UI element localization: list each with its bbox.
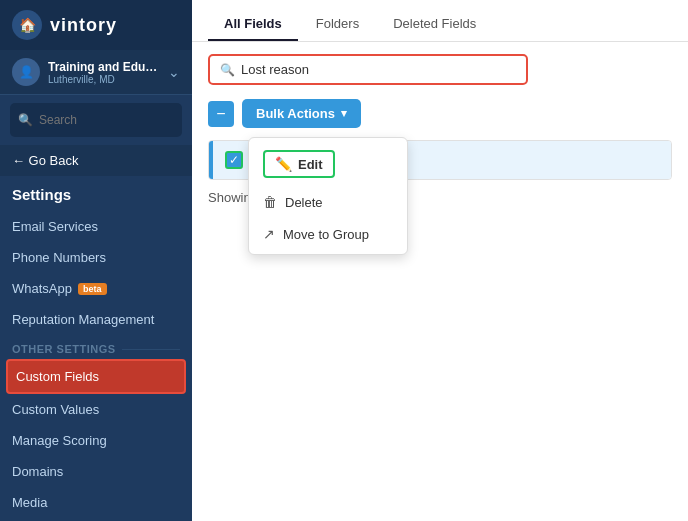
sidebar-item-whatsapp[interactable]: WhatsApp beta xyxy=(0,273,192,304)
row-checkbox[interactable]: ✓ xyxy=(225,151,243,169)
sidebar-item-label: Media xyxy=(12,495,47,510)
sidebar-item-label: Reputation Management xyxy=(12,312,154,327)
account-name: Training and Educati... xyxy=(48,60,160,74)
sidebar-logo: 🏠 vintory xyxy=(0,0,192,50)
edit-label: Edit xyxy=(298,157,323,172)
delete-label: Delete xyxy=(285,195,323,210)
sidebar-item-custom-fields[interactable]: Custom Fields xyxy=(6,359,186,394)
bulk-actions-label: Bulk Actions xyxy=(256,106,335,121)
other-settings-label: OTHER SETTINGS xyxy=(12,343,116,355)
sidebar-item-label: Custom Values xyxy=(12,402,99,417)
beta-badge: beta xyxy=(78,283,107,295)
sidebar-item-custom-values[interactable]: Custom Values xyxy=(0,394,192,425)
sidebar-item-label: WhatsApp xyxy=(12,281,72,296)
tab-folders[interactable]: Folders xyxy=(300,8,375,41)
sidebar-search-bar[interactable]: 🔍 ctrl K + xyxy=(10,103,182,137)
edit-icon: ✏️ xyxy=(275,156,292,172)
sidebar-item-label: Custom Fields xyxy=(16,369,99,384)
sidebar-item-phone-numbers[interactable]: Phone Numbers xyxy=(0,242,192,273)
chevron-down-icon: ▾ xyxy=(341,107,347,120)
sidebar-item-label: Domains xyxy=(12,464,63,479)
search-icon: 🔍 xyxy=(18,113,33,127)
settings-label: Settings xyxy=(0,180,192,211)
search-bar-input[interactable] xyxy=(241,62,516,77)
sidebar-item-reputation[interactable]: Reputation Management xyxy=(0,304,192,335)
logo-text: vintory xyxy=(50,15,117,36)
main-body: 🔍 − Bulk Actions ▾ ✏️ Edit 🗑 xyxy=(192,42,688,521)
search-input[interactable] xyxy=(39,113,189,127)
checkmark-icon: ✓ xyxy=(229,153,239,167)
bulk-actions-button[interactable]: Bulk Actions ▾ xyxy=(242,99,361,128)
sidebar-item-manage-scoring[interactable]: Manage Scoring xyxy=(0,425,192,456)
sidebar-item-email-services[interactable]: Email Services xyxy=(0,211,192,242)
avatar: 👤 xyxy=(12,58,40,86)
tab-all-fields[interactable]: All Fields xyxy=(208,8,298,41)
dropdown-menu: ✏️ Edit 🗑 Delete ↗ Move to Group xyxy=(248,137,408,255)
sidebar: 🏠 vintory 👤 Training and Educati... Luth… xyxy=(0,0,192,521)
deselect-button[interactable]: − xyxy=(208,101,234,127)
other-settings-section: OTHER SETTINGS xyxy=(0,335,192,359)
search-bar-wrap: 🔍 xyxy=(208,54,672,85)
main-content: All Fields Folders Deleted Fields 🔍 − Bu… xyxy=(192,0,688,521)
sidebar-item-label: Email Services xyxy=(12,219,98,234)
move-to-group-label: Move to Group xyxy=(283,227,369,242)
account-chevron-icon: ⌄ xyxy=(168,64,180,80)
dropdown-edit-item[interactable]: ✏️ Edit xyxy=(249,142,407,186)
sidebar-item-label: Phone Numbers xyxy=(12,250,106,265)
tabs-bar: All Fields Folders Deleted Fields xyxy=(192,0,688,42)
sidebar-account[interactable]: 👤 Training and Educati... Lutherville, M… xyxy=(0,50,192,95)
search-bar-icon: 🔍 xyxy=(220,63,235,77)
sidebar-item-domains[interactable]: Domains xyxy=(0,456,192,487)
go-back-button[interactable]: ← Go Back xyxy=(0,145,192,176)
sidebar-item-media[interactable]: Media xyxy=(0,487,192,518)
dropdown-move-to-group-item[interactable]: ↗ Move to Group xyxy=(249,218,407,250)
account-location: Lutherville, MD xyxy=(48,74,160,85)
edit-highlight[interactable]: ✏️ Edit xyxy=(263,150,335,178)
dropdown-delete-item[interactable]: 🗑 Delete xyxy=(249,186,407,218)
sidebar-item-label: Manage Scoring xyxy=(12,433,107,448)
logo-icon: 🏠 xyxy=(12,10,42,40)
tab-deleted-fields[interactable]: Deleted Fields xyxy=(377,8,492,41)
delete-icon: 🗑 xyxy=(263,194,277,210)
section-divider xyxy=(122,349,180,350)
search-bar: 🔍 xyxy=(208,54,528,85)
toolbar: − Bulk Actions ▾ ✏️ Edit 🗑 Delete xyxy=(208,99,672,128)
move-icon: ↗ xyxy=(263,226,275,242)
account-info: Training and Educati... Lutherville, MD xyxy=(48,60,160,85)
